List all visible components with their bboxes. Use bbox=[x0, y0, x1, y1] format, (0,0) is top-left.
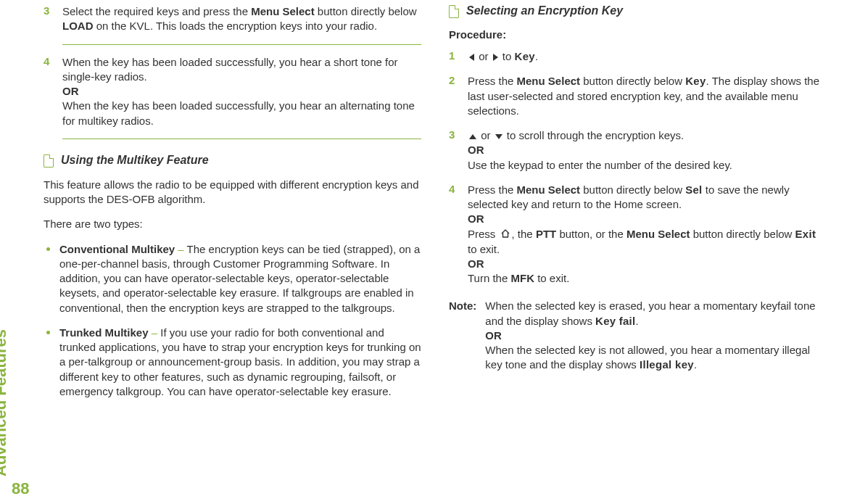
text: or bbox=[476, 50, 492, 62]
step-1: 1 or to Key. bbox=[449, 49, 827, 64]
ptt-label: PTT bbox=[536, 228, 556, 240]
sel-display: Sel bbox=[685, 183, 702, 196]
text: on the KVL. This loads the encryption ke… bbox=[94, 20, 378, 32]
or-label: OR bbox=[62, 84, 421, 99]
dash: – bbox=[149, 326, 161, 339]
document-icon bbox=[44, 154, 54, 168]
illegal-key-display: Illegal key bbox=[640, 358, 694, 371]
menu-select-label: Menu Select bbox=[626, 228, 690, 240]
sidebar: Advanced Features 88 bbox=[0, 0, 38, 504]
menu-select-label: Menu Select bbox=[517, 75, 581, 87]
text: to exit. bbox=[468, 243, 500, 255]
divider bbox=[62, 139, 421, 139]
step-text: Press the Menu Select button directly be… bbox=[468, 74, 827, 118]
right-arrow-icon bbox=[493, 54, 498, 61]
page: Advanced Features 88 3 Select the requir… bbox=[0, 0, 844, 504]
bullet-icon bbox=[46, 247, 50, 251]
step-text: Press the Menu Select button directly be… bbox=[468, 183, 827, 286]
text: When the selected key is erased, you hea… bbox=[485, 299, 815, 326]
text: or bbox=[478, 129, 494, 141]
text: button directly below bbox=[315, 5, 417, 17]
text: Press the bbox=[468, 75, 517, 87]
step-text: or to scroll through the encryption keys… bbox=[468, 128, 827, 173]
bullet-icon bbox=[46, 331, 50, 334]
left-arrow-icon bbox=[469, 54, 474, 61]
section-heading: Using the Multikey Feature bbox=[44, 154, 421, 168]
text: button, or the bbox=[556, 228, 626, 240]
text: to bbox=[500, 50, 515, 62]
or-label: OR bbox=[468, 212, 827, 226]
up-arrow-icon bbox=[469, 134, 476, 139]
step-text: When the key has been loaded successfull… bbox=[62, 55, 421, 128]
exit-display: Exit bbox=[795, 228, 816, 240]
text: When the key has been loaded successfull… bbox=[62, 99, 421, 128]
text: Press the bbox=[468, 183, 517, 196]
home-icon bbox=[500, 227, 510, 241]
bullet-trunked: Trunked Multikey – If you use your radio… bbox=[44, 326, 421, 399]
document-icon bbox=[449, 5, 459, 18]
step-number: 3 bbox=[449, 128, 455, 141]
step-2: 2 Press the Menu Select button directly … bbox=[449, 74, 827, 118]
step-text: Select the required keys and press the M… bbox=[62, 4, 421, 34]
step-4: 4 When the key has been loaded successfu… bbox=[44, 55, 421, 128]
section-heading: Selecting an Encryption Key bbox=[449, 4, 827, 18]
section-title: Using the Multikey Feature bbox=[61, 154, 209, 167]
text: to scroll through the encryption keys. bbox=[504, 129, 684, 141]
text: . bbox=[636, 315, 639, 327]
text: button directly below bbox=[580, 75, 685, 87]
menu-select-label: Menu Select bbox=[517, 183, 581, 196]
sidebar-label: Advanced Features bbox=[0, 329, 10, 476]
text: , the bbox=[512, 228, 536, 240]
text: Turn the bbox=[468, 272, 510, 284]
content: 3 Select the required keys and press the… bbox=[38, 0, 844, 504]
step-number: 4 bbox=[44, 55, 49, 67]
text: Press bbox=[468, 228, 499, 240]
bullet-lead: Conventional Multikey bbox=[59, 243, 175, 255]
step-number: 3 bbox=[44, 4, 49, 17]
left-column: 3 Select the required keys and press the… bbox=[44, 4, 421, 497]
text: button directly below bbox=[690, 228, 795, 240]
divider bbox=[62, 44, 421, 45]
note-block: Note: When the selected key is erased, y… bbox=[449, 299, 827, 372]
keyfail-display: fail bbox=[619, 315, 636, 327]
text: Use the keypad to enter the number of th… bbox=[468, 158, 827, 173]
text: . bbox=[694, 358, 697, 371]
mfk-label: MFK bbox=[510, 272, 534, 284]
procedure-label: Procedure: bbox=[449, 28, 827, 41]
note-body: When the selected key is erased, you hea… bbox=[485, 299, 827, 372]
intro-paragraph: This feature allows the radio to be equi… bbox=[44, 178, 421, 207]
text: to exit. bbox=[534, 272, 569, 284]
step-number: 1 bbox=[449, 49, 455, 62]
menu-select-label: Menu Select bbox=[251, 5, 315, 17]
section-title: Selecting an Encryption Key bbox=[466, 4, 623, 17]
key-display: Key bbox=[515, 50, 535, 62]
step-number: 4 bbox=[449, 183, 455, 195]
or-label: OR bbox=[468, 143, 827, 157]
down-arrow-icon bbox=[495, 134, 502, 139]
or-label: OR bbox=[485, 329, 827, 343]
text: Select the required keys and press the bbox=[62, 5, 251, 17]
types-label: There are two types: bbox=[44, 217, 421, 231]
keyfail-display: Key bbox=[595, 315, 616, 327]
text: When the key has been loaded successfull… bbox=[62, 55, 421, 85]
right-column: Selecting an Encryption Key Procedure: 1… bbox=[449, 4, 827, 497]
step-number: 2 bbox=[449, 74, 455, 86]
note-label: Note: bbox=[449, 299, 476, 372]
step-3: 3 Select the required keys and press the… bbox=[44, 4, 421, 34]
text: . bbox=[535, 50, 538, 62]
text: button directly below bbox=[580, 183, 685, 196]
bullet-lead: Trunked Multikey bbox=[59, 326, 149, 339]
bullet-conventional: Conventional Multikey – The encryption k… bbox=[44, 242, 421, 315]
step-3: 3 or to scroll through the encryption ke… bbox=[449, 128, 827, 173]
or-label: OR bbox=[468, 257, 827, 271]
dash: – bbox=[175, 243, 186, 255]
load-label: LOAD bbox=[62, 20, 94, 32]
step-text: or to Key. bbox=[468, 49, 827, 64]
key-display: Key bbox=[685, 75, 706, 87]
page-number: 88 bbox=[12, 479, 29, 498]
step-4: 4 Press the Menu Select button directly … bbox=[449, 183, 827, 286]
